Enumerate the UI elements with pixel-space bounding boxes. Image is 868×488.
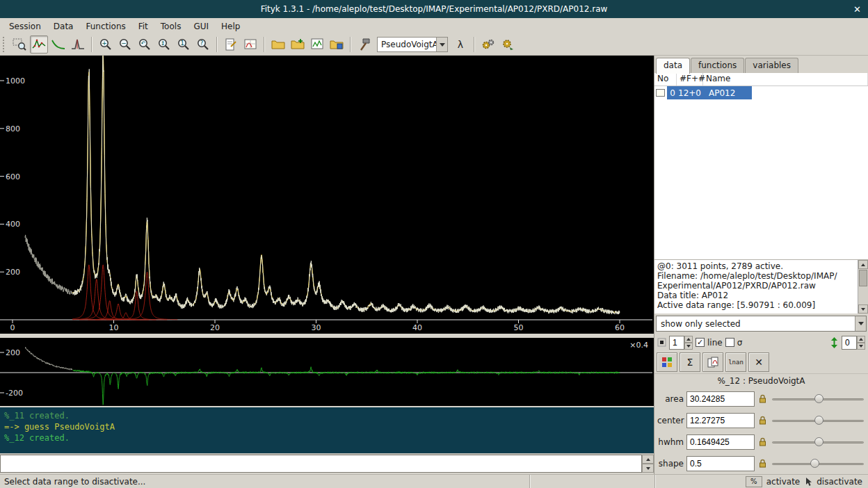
data-color-checkbox[interactable] <box>656 89 665 97</box>
lock-icon[interactable] <box>757 415 768 426</box>
param-slider[interactable] <box>771 457 865 471</box>
svg-text:60: 60 <box>615 323 625 332</box>
menu-session[interactable]: Session <box>3 19 47 33</box>
param-slider[interactable] <box>771 414 865 428</box>
menu-functions[interactable]: Functions <box>79 19 131 33</box>
sigma-checkbox[interactable] <box>725 338 734 347</box>
menu-gui[interactable]: GUI <box>187 19 215 33</box>
dropdown-arrow-icon[interactable] <box>855 316 866 331</box>
append-data-button[interactable] <box>289 35 307 54</box>
scroll-up-icon[interactable] <box>858 260 868 269</box>
dataset-grid-button[interactable] <box>657 352 677 372</box>
fityk-window: Fityk 1.3.1 - /home/aleplo/test/Desktop/… <box>0 0 868 488</box>
save-session-icon <box>330 38 344 51</box>
copy-function-button[interactable] <box>702 352 723 372</box>
table-row[interactable]: 0 12+0 AP012 <box>654 86 868 99</box>
param-value-input[interactable] <box>686 456 755 471</box>
functions-grid-button[interactable] <box>241 35 259 54</box>
zoom-1to1-icon: 1 <box>177 38 191 51</box>
menu-help[interactable]: Help <box>215 19 246 33</box>
param-value-input[interactable] <box>686 413 755 428</box>
menu-fit[interactable]: Fit <box>132 19 154 33</box>
dataset-buttons: Σ lnan ✕ <box>654 351 868 373</box>
define-function-button[interactable]: λ <box>451 35 469 54</box>
info-line: Active data range: [5.90791 : 60.009] <box>657 300 855 310</box>
line-checkbox[interactable]: ✓ <box>696 338 705 347</box>
slider-thumb[interactable] <box>810 459 819 468</box>
functions-grid-icon <box>243 38 257 51</box>
peak-type-dropdown[interactable]: PseudoVoigtA <box>377 37 448 52</box>
disactivate-label[interactable]: disactivate <box>817 477 862 487</box>
svg-text:40: 40 <box>412 323 422 332</box>
main-plot[interactable]: 01020304050602004006008001000 <box>0 56 654 334</box>
svg-text:λ: λ <box>458 39 463 50</box>
param-value-input[interactable] <box>686 391 755 407</box>
tab-variables[interactable]: variables <box>745 58 798 73</box>
param-label: shape <box>657 459 684 469</box>
menu-data[interactable]: Data <box>47 19 80 33</box>
slider-thumb[interactable] <box>814 437 823 446</box>
column-header-no[interactable]: No <box>654 73 677 86</box>
fit-continue-button[interactable] <box>499 35 517 54</box>
zoom-in-button[interactable]: + <box>97 35 115 54</box>
param-slider[interactable] <box>771 392 865 406</box>
stepper-up-icon[interactable] <box>857 336 865 343</box>
lock-icon[interactable] <box>757 437 768 448</box>
zoom-in-icon: + <box>99 38 113 51</box>
zoom-1to1-button[interactable]: 1 <box>175 35 193 54</box>
open-data-button[interactable] <box>269 35 287 54</box>
param-value-input[interactable] <box>686 434 755 450</box>
close-window-icon[interactable]: ✕ <box>853 0 861 18</box>
export-plot-button[interactable] <box>308 35 326 54</box>
zoom-auto-button[interactable]: ? <box>194 35 212 54</box>
zoom-out-button[interactable]: − <box>116 35 134 54</box>
transform-lnan-button[interactable]: lnan <box>725 352 746 372</box>
data-range-mode-button[interactable] <box>30 35 48 54</box>
stepper-down-icon[interactable] <box>857 343 865 350</box>
zoom-select-mode-button[interactable] <box>10 35 29 54</box>
scrollbar-thumb[interactable] <box>859 270 867 286</box>
command-input[interactable] <box>0 455 642 473</box>
stepper-down-icon[interactable] <box>684 343 693 350</box>
add-peak-mode-button[interactable] <box>69 35 87 54</box>
column-header-name[interactable]: Name <box>703 73 868 86</box>
plot-column: 01020304050602004006008001000 200-200 ×0… <box>0 56 654 474</box>
tab-data[interactable]: data <box>656 58 690 74</box>
column-header-f[interactable]: #F+# <box>677 73 703 86</box>
selected-row-highlight: 0 12+0 AP012 <box>667 86 752 99</box>
svg-text:50: 50 <box>514 323 524 332</box>
scroll-down-icon[interactable] <box>858 304 868 314</box>
history-down-icon[interactable] <box>642 464 654 473</box>
console-line: %_11 created. <box>4 410 650 421</box>
aux-plot-svg: 200-200 <box>0 338 652 406</box>
save-session-button[interactable] <box>328 35 346 54</box>
lock-icon[interactable] <box>757 458 768 469</box>
delete-dataset-button[interactable]: ✕ <box>748 352 769 372</box>
zoom-vertical-button[interactable]: ↕ <box>155 35 173 54</box>
point-size-icon <box>657 338 666 347</box>
stepper-up-icon[interactable] <box>684 336 693 343</box>
percent-button[interactable]: % <box>746 476 762 487</box>
history-up-icon[interactable] <box>642 455 654 464</box>
shift-input[interactable] <box>842 336 857 350</box>
param-slider[interactable] <box>771 435 865 449</box>
show-filter-dropdown[interactable]: show only selected <box>656 316 867 332</box>
info-scrollbar[interactable] <box>858 260 868 314</box>
dropdown-arrow-icon[interactable] <box>436 38 447 51</box>
aux-plot[interactable]: 200-200 ×0.4 <box>0 338 654 406</box>
edit-log-button[interactable] <box>222 35 240 54</box>
slider-thumb[interactable] <box>814 416 823 425</box>
open-folder-plus-icon <box>291 38 305 51</box>
baseline-mode-button[interactable] <box>49 35 67 54</box>
activate-label[interactable]: activate <box>766 477 801 487</box>
point-size-input[interactable] <box>669 336 684 350</box>
zoom-previous-button[interactable]: ↶ <box>136 35 154 54</box>
menu-tools[interactable]: Tools <box>154 19 188 33</box>
slider-thumb[interactable] <box>814 394 823 403</box>
sum-datasets-button[interactable]: Σ <box>680 352 700 372</box>
fit-run-button[interactable] <box>479 35 497 54</box>
lock-icon[interactable] <box>757 393 768 405</box>
script-tools-button[interactable] <box>355 35 373 54</box>
toolbar-drag-handle[interactable] <box>3 37 7 52</box>
tab-functions[interactable]: functions <box>691 58 744 73</box>
